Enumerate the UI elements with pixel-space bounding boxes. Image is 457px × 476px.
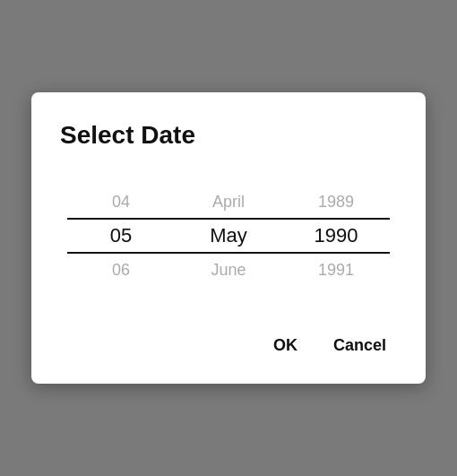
- day-picker-column[interactable]: 04 05 06: [67, 186, 175, 286]
- day-next: 06: [67, 254, 175, 286]
- year-prev: 1989: [282, 186, 390, 218]
- date-picker-dialog: Select Date 04 05 06 April May June 1989…: [31, 92, 426, 384]
- picker-container: 04 05 06 April May June 1989 1990 1991: [60, 186, 397, 286]
- month-selected: May: [175, 220, 282, 252]
- year-next: 1991: [282, 254, 390, 286]
- dialog-title: Select Date: [60, 121, 397, 150]
- cancel-button[interactable]: Cancel: [323, 329, 397, 362]
- ok-button[interactable]: OK: [263, 329, 308, 362]
- month-prev: April: [175, 186, 282, 218]
- month-picker-column[interactable]: April May June: [175, 186, 282, 286]
- dialog-actions: OK Cancel: [60, 329, 397, 362]
- day-prev: 04: [67, 186, 175, 218]
- year-picker-column[interactable]: 1989 1990 1991: [282, 186, 390, 286]
- day-selected: 05: [67, 220, 175, 252]
- month-next: June: [175, 254, 282, 286]
- year-selected: 1990: [282, 220, 390, 252]
